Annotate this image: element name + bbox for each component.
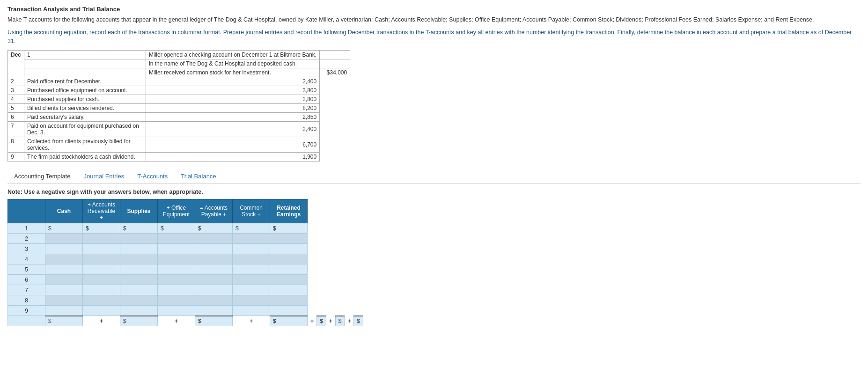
footer-cell: $	[45, 316, 83, 326]
accounting-cell[interactable]	[83, 254, 120, 264]
accounting-cell[interactable]	[270, 264, 308, 275]
accounting-cell[interactable]	[233, 285, 270, 295]
accounting-cell[interactable]	[45, 295, 83, 306]
tab-t-accounts[interactable]: T-Accounts	[131, 170, 174, 184]
transaction-description: Billed clients for services rendered.	[24, 104, 146, 113]
accounting-cell[interactable]: $	[83, 223, 120, 234]
accounting-cell[interactable]	[45, 244, 83, 254]
accounting-cell[interactable]: $	[120, 223, 158, 234]
accounting-cell[interactable]	[120, 264, 158, 275]
tab-journal-entries[interactable]: Journal Entries	[77, 170, 131, 184]
column-header-4: = Accounts Payable +	[195, 199, 233, 223]
accounting-cell[interactable]	[83, 244, 120, 254]
accounting-cell[interactable]	[45, 306, 83, 316]
transaction-amount	[320, 51, 350, 59]
accounting-cell[interactable]	[270, 295, 308, 306]
accounting-cell[interactable]	[158, 234, 195, 244]
accounting-cell[interactable]	[270, 234, 308, 244]
accounting-cell[interactable]	[158, 295, 195, 306]
accounting-cell[interactable]	[83, 234, 120, 244]
footer-separator: +	[345, 316, 354, 326]
page-title: Transaction Analysis and Trial Balance	[7, 6, 861, 13]
accounting-cell[interactable]	[83, 275, 120, 285]
footer-separator: +	[158, 316, 195, 326]
accounting-cell[interactable]	[158, 264, 195, 275]
accounting-cell[interactable]	[83, 285, 120, 295]
accounting-cell[interactable]	[45, 234, 83, 244]
accounting-cell[interactable]	[233, 295, 270, 306]
accounting-cell[interactable]	[120, 254, 158, 264]
accounting-cell[interactable]	[233, 264, 270, 275]
accounting-cell[interactable]	[120, 275, 158, 285]
transaction-number: 7	[8, 122, 24, 137]
page-instruction: Using the accounting equation, record ea…	[7, 28, 861, 46]
accounting-cell[interactable]	[233, 244, 270, 254]
row-number: 3	[8, 244, 45, 254]
accounting-cell[interactable]: $	[270, 223, 308, 234]
accounting-cell[interactable]	[45, 275, 83, 285]
accounting-cell[interactable]	[270, 306, 308, 316]
row-number: 4	[8, 254, 45, 264]
accounting-cell[interactable]	[120, 285, 158, 295]
footer-cell: $	[354, 316, 363, 326]
transaction-amount: 2,800	[146, 95, 320, 104]
accounting-cell[interactable]	[120, 295, 158, 306]
accounting-cell[interactable]	[233, 234, 270, 244]
footer-cell: $	[335, 316, 345, 326]
accounting-cell[interactable]	[83, 295, 120, 306]
accounting-cell[interactable]	[158, 254, 195, 264]
accounting-cell[interactable]	[45, 254, 83, 264]
transaction-number: 9	[8, 153, 24, 161]
accounting-cell[interactable]	[158, 306, 195, 316]
accounting-cell[interactable]	[120, 244, 158, 254]
footer-cell: $	[270, 316, 308, 326]
accounting-cell[interactable]	[233, 306, 270, 316]
accounting-cell[interactable]	[45, 264, 83, 275]
transaction-amount: 2,400	[146, 77, 320, 86]
note-body: Use a negative sign with your answers be…	[24, 189, 203, 195]
accounting-cell[interactable]	[195, 306, 233, 316]
accounting-cell[interactable]	[195, 234, 233, 244]
accounting-cell[interactable]	[270, 244, 308, 254]
accounting-cell[interactable]: $	[158, 223, 195, 234]
footer-separator: +	[233, 316, 270, 326]
accounting-cell[interactable]: $	[233, 223, 270, 234]
accounting-cell[interactable]	[195, 254, 233, 264]
accounting-cell[interactable]	[120, 234, 158, 244]
transaction-number: 5	[8, 104, 24, 113]
accounting-cell[interactable]	[195, 295, 233, 306]
accounting-row: 7	[8, 285, 363, 295]
accounting-cell[interactable]	[158, 285, 195, 295]
accounting-cell[interactable]	[195, 264, 233, 275]
accounting-cell[interactable]	[270, 285, 308, 295]
tab-accounting-template[interactable]: Accounting Template	[7, 170, 77, 184]
accounting-cell[interactable]	[83, 264, 120, 275]
accounting-cell[interactable]	[158, 244, 195, 254]
accounting-cell[interactable]: $	[195, 223, 233, 234]
accounting-row: 6	[8, 275, 363, 285]
transaction-description: Collected from clients previously billed…	[24, 137, 146, 153]
accounting-cell[interactable]	[120, 306, 158, 316]
transaction-amount: 3,800	[146, 86, 320, 95]
tab-trial-balance[interactable]: Trial Balance	[174, 170, 222, 184]
accounting-cell[interactable]	[233, 254, 270, 264]
transaction-number	[24, 68, 146, 77]
transaction-row: Dec1Miller opened a checking account on …	[8, 51, 350, 59]
footer-cell: $	[195, 316, 233, 326]
accounting-template-table: Cash+ Accounts Receivable +Supplies+ Off…	[7, 199, 363, 326]
accounting-cell[interactable]	[158, 275, 195, 285]
accounting-cell[interactable]	[195, 285, 233, 295]
accounting-cell[interactable]: $	[45, 223, 83, 234]
transaction-row: 9The firm paid stockholders a cash divid…	[8, 153, 350, 161]
accounting-cell[interactable]	[195, 244, 233, 254]
accounting-cell[interactable]	[45, 285, 83, 295]
accounting-cell[interactable]	[270, 254, 308, 264]
accounting-cell[interactable]	[83, 306, 120, 316]
transaction-row: 8Collected from clients previously bille…	[8, 137, 350, 153]
accounting-cell[interactable]	[270, 275, 308, 285]
transaction-number	[24, 59, 146, 68]
accounting-cell[interactable]	[195, 275, 233, 285]
transaction-description: Miller received common stock for her inv…	[146, 68, 320, 77]
accounting-cell[interactable]	[233, 275, 270, 285]
accounting-row: 1$$$$$$$	[8, 223, 363, 234]
